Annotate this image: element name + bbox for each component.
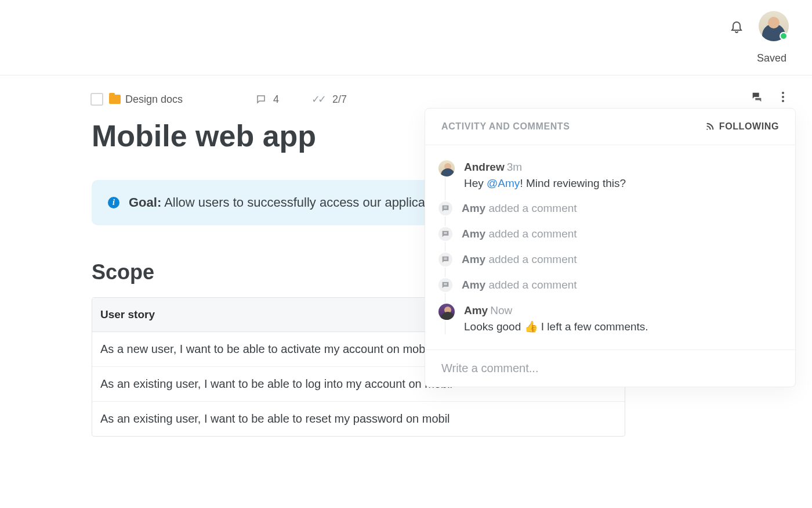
more-menu-icon[interactable] bbox=[780, 89, 786, 105]
tasks-progress-icon: ✓✓ bbox=[311, 93, 324, 106]
goal-label: Goal: bbox=[129, 195, 161, 210]
following-toggle[interactable]: FOLLOWING bbox=[705, 121, 779, 132]
save-status: Saved bbox=[757, 52, 786, 64]
activity-comment-icon bbox=[437, 251, 454, 268]
document-content: Design docs 4 ✓✓ 2/7 Mobile web app i Go… bbox=[0, 75, 812, 437]
presence-indicator bbox=[780, 32, 788, 40]
svg-point-0 bbox=[706, 129, 708, 130]
comment-entry: Andrew3mHey @Amy! Mind reviewing this? bbox=[437, 159, 784, 191]
activity-comment-icon bbox=[437, 277, 454, 293]
comment-text: Andrew3mHey @Amy! Mind reviewing this? bbox=[464, 159, 626, 191]
activity-text: Amy added a comment bbox=[462, 251, 577, 268]
notifications-icon[interactable] bbox=[730, 19, 744, 33]
comment-input[interactable]: Write a comment... bbox=[425, 350, 795, 387]
activity-entry: Amy added a comment bbox=[437, 200, 784, 217]
commenter-avatar bbox=[437, 302, 456, 321]
activity-comment-icon bbox=[437, 226, 454, 242]
comments-title: ACTIVITY AND COMMENTS bbox=[441, 121, 570, 132]
document-icon bbox=[92, 94, 102, 105]
comments-body: Andrew3mHey @Amy! Mind reviewing this?Am… bbox=[425, 145, 795, 350]
activity-comment-icon bbox=[437, 200, 454, 217]
comment-text: AmyNowLooks good 👍 I left a few comments… bbox=[464, 302, 648, 334]
activity-entry: Amy added a comment bbox=[437, 277, 784, 293]
mention[interactable]: @Amy bbox=[487, 177, 520, 189]
save-status-row: Saved bbox=[0, 52, 812, 75]
commenter-avatar bbox=[437, 159, 456, 178]
top-bar bbox=[0, 0, 812, 52]
activity-entry: Amy added a comment bbox=[437, 251, 784, 268]
document-controls bbox=[751, 89, 786, 105]
breadcrumb-row: Design docs 4 ✓✓ 2/7 bbox=[92, 93, 812, 106]
activity-text: Amy added a comment bbox=[462, 200, 577, 217]
folder-icon bbox=[109, 95, 121, 104]
activity-text: Amy added a comment bbox=[462, 277, 577, 293]
goal-text: Goal: Allow users to successfully access… bbox=[129, 195, 446, 210]
comments-panel: ACTIVITY AND COMMENTS FOLLOWING Andrew3m… bbox=[425, 108, 796, 387]
activity-entry: Amy added a comment bbox=[437, 226, 784, 242]
following-label: FOLLOWING bbox=[719, 121, 779, 132]
activity-text: Amy added a comment bbox=[462, 226, 577, 242]
breadcrumb[interactable]: Design docs bbox=[125, 93, 183, 106]
tasks-progress: 2/7 bbox=[332, 93, 347, 106]
rss-icon bbox=[705, 122, 715, 131]
comments-header: ACTIVITY AND COMMENTS FOLLOWING bbox=[425, 109, 795, 145]
comment-count-icon[interactable] bbox=[256, 94, 266, 105]
goal-body: Allow users to successfully access our a… bbox=[164, 195, 445, 210]
info-icon: i bbox=[108, 197, 119, 208]
comments-toggle-icon[interactable] bbox=[751, 91, 763, 103]
user-avatar[interactable] bbox=[759, 11, 789, 41]
comment-entry: AmyNowLooks good 👍 I left a few comments… bbox=[437, 302, 784, 334]
comment-count: 4 bbox=[273, 93, 279, 106]
table-row[interactable]: As an existing user, I want to be able t… bbox=[92, 402, 625, 436]
